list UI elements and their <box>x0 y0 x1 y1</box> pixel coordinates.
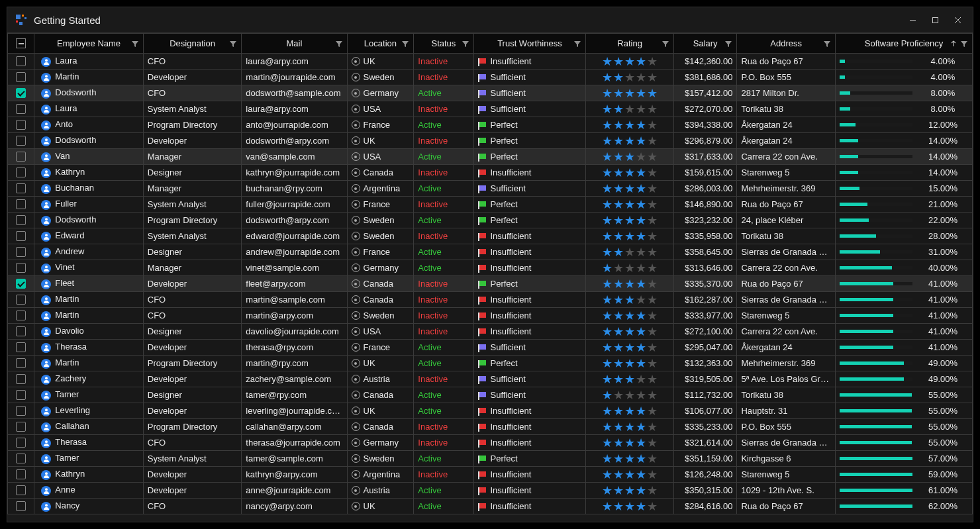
row-checkbox[interactable] <box>16 422 26 432</box>
table-row[interactable]: KathrynDeveloperkathryn@arpy.comArgentin… <box>8 467 973 483</box>
collapse-all-icon[interactable] <box>16 38 26 48</box>
table-row[interactable]: KathrynDesignerkathryn@jourrapide.comCan… <box>8 165 973 181</box>
row-checkbox[interactable] <box>16 342 26 352</box>
header-address[interactable]: Address <box>737 34 836 54</box>
row-checkbox[interactable] <box>16 120 26 130</box>
rating-cell[interactable]: ★★★★★ <box>586 435 674 451</box>
table-row[interactable]: AndrewDesignerandrew@jourrapide.comFranc… <box>8 244 973 260</box>
row-checkbox[interactable] <box>16 88 26 98</box>
rating-cell[interactable]: ★★★★★ <box>586 197 674 213</box>
table-row[interactable]: AntoProgram Directoryanto@jourrapide.com… <box>8 117 973 133</box>
row-checkbox[interactable] <box>16 183 26 193</box>
table-row[interactable]: TherasaDevelopertherasa@rpy.comFranceAct… <box>8 340 973 356</box>
rating-cell[interactable]: ★★★★★ <box>586 117 674 133</box>
table-row[interactable]: MartinCFOmartin@arpy.comSwedenInactiveIn… <box>8 308 973 324</box>
table-row[interactable]: MartinDevelopermartin@jourrapide.comSwed… <box>8 70 973 85</box>
table-row[interactable]: DodsworthDeveloperdodsworth@arpy.comUKIn… <box>8 133 973 149</box>
filter-icon[interactable] <box>401 40 409 48</box>
rating-cell[interactable]: ★★★★★ <box>586 276 674 292</box>
row-checkbox[interactable] <box>16 72 26 82</box>
filter-icon[interactable] <box>662 40 669 48</box>
table-row[interactable]: MartinCFOmartin@sample.comCanadaInactive… <box>8 292 973 308</box>
row-checkbox[interactable] <box>16 326 26 336</box>
minimize-button[interactable] <box>901 11 924 29</box>
rating-cell[interactable]: ★★★★★ <box>586 308 674 324</box>
rating-cell[interactable]: ★★★★★ <box>586 324 674 340</box>
rating-cell[interactable]: ★★★★★ <box>586 101 674 117</box>
table-row[interactable]: BuchananManagerbuchanan@rpy.comArgentina… <box>8 181 973 197</box>
row-checkbox[interactable] <box>16 56 26 66</box>
filter-icon[interactable] <box>229 40 237 48</box>
row-checkbox[interactable] <box>16 247 26 257</box>
filter-icon[interactable] <box>335 40 343 48</box>
header-software-proficiency[interactable]: Software Proficiency <box>835 34 972 54</box>
row-checkbox[interactable] <box>16 438 26 448</box>
rating-cell[interactable]: ★★★★★ <box>586 70 674 85</box>
row-checkbox[interactable] <box>16 485 26 495</box>
rating-cell[interactable]: ★★★★★ <box>586 149 674 165</box>
close-button[interactable] <box>946 11 969 29</box>
filter-icon[interactable] <box>960 40 968 48</box>
row-checkbox[interactable] <box>16 358 26 368</box>
rating-cell[interactable]: ★★★★★ <box>586 371 674 387</box>
rating-cell[interactable]: ★★★★★ <box>586 244 674 260</box>
row-checkbox[interactable] <box>16 168 26 177</box>
table-row[interactable]: TamerDesignertamer@rpy.comCanadaActiveSu… <box>8 387 973 403</box>
table-row[interactable]: DodsworthCFOdodsworth@sample.comGermanyA… <box>8 85 973 101</box>
row-checkbox[interactable] <box>16 215 26 225</box>
maximize-button[interactable] <box>924 11 946 29</box>
row-checkbox[interactable] <box>16 263 26 273</box>
header-salary[interactable]: Salary <box>673 34 737 54</box>
rating-cell[interactable]: ★★★★★ <box>586 133 674 149</box>
table-row[interactable]: VinetManagervinet@sample.comGermanyActiv… <box>8 260 973 276</box>
row-checkbox[interactable] <box>16 374 26 384</box>
header-status[interactable]: Status <box>414 34 473 54</box>
row-checkbox[interactable] <box>16 311 26 320</box>
table-row[interactable]: AnneDeveloperanne@jourrapide.comAustriaA… <box>8 483 973 499</box>
rating-cell[interactable]: ★★★★★ <box>586 213 674 228</box>
table-row[interactable]: TamerSystem Analysttamer@sample.comSwede… <box>8 451 973 467</box>
rating-cell[interactable]: ★★★★★ <box>586 403 674 419</box>
table-row[interactable]: TherasaCFOtherasa@jourrapide.comGermanyI… <box>8 435 973 451</box>
rating-cell[interactable]: ★★★★★ <box>586 181 674 197</box>
rating-cell[interactable]: ★★★★★ <box>586 165 674 181</box>
row-checkbox[interactable] <box>16 199 26 209</box>
row-checkbox[interactable] <box>16 454 26 463</box>
rating-cell[interactable]: ★★★★★ <box>586 228 674 244</box>
table-row[interactable]: FullerSystem Analystfuller@jourrapide.co… <box>8 197 973 213</box>
row-checkbox[interactable] <box>16 136 26 146</box>
row-checkbox[interactable] <box>16 406 26 416</box>
row-checkbox[interactable] <box>16 295 26 305</box>
header-location[interactable]: Location <box>347 34 414 54</box>
table-row[interactable]: VanManagervan@sample.comUSAActivePerfect… <box>8 149 973 165</box>
header-employee-name[interactable]: Employee Name <box>34 34 143 54</box>
row-checkbox[interactable] <box>16 390 26 400</box>
table-row[interactable]: LauraSystem Analystlaura@arpy.comUSAInac… <box>8 101 973 117</box>
table-row[interactable]: NancyCFOnancy@arpy.comUKActiveInsufficie… <box>8 499 973 514</box>
row-checkbox[interactable] <box>16 501 26 511</box>
header-designation[interactable]: Designation <box>143 34 242 54</box>
header-trust[interactable]: Trust Worthiness <box>473 34 586 54</box>
table-row[interactable]: LeverlingDeveloperleverling@jourrapide.c… <box>8 403 973 419</box>
table-row[interactable]: MartinProgram Directorymartin@rpy.comUKA… <box>8 356 973 371</box>
table-row[interactable]: CallahanProgram Directorycallahan@arpy.c… <box>8 419 973 435</box>
rating-cell[interactable]: ★★★★★ <box>586 356 674 371</box>
rating-cell[interactable]: ★★★★★ <box>586 54 674 70</box>
rating-cell[interactable]: ★★★★★ <box>586 340 674 356</box>
filter-icon[interactable] <box>573 40 581 48</box>
rating-cell[interactable]: ★★★★★ <box>586 499 674 514</box>
row-checkbox[interactable] <box>16 104 26 114</box>
row-checkbox[interactable] <box>16 231 26 241</box>
table-row[interactable]: DavolioDesignerdavolio@jourrapide.comUSA… <box>8 324 973 340</box>
header-mail[interactable]: Mail <box>242 34 347 54</box>
table-row[interactable]: ZacheryDeveloperzachery@sample.comAustri… <box>8 371 973 387</box>
table-row[interactable]: DodsworthProgram Directorydodsworth@arpy… <box>8 213 973 228</box>
filter-icon[interactable] <box>823 40 831 48</box>
header-rating[interactable]: Rating <box>586 34 674 54</box>
filter-icon[interactable] <box>724 40 732 48</box>
rating-cell[interactable]: ★★★★★ <box>586 451 674 467</box>
row-checkbox[interactable] <box>16 469 26 479</box>
sort-asc-icon[interactable] <box>950 40 957 48</box>
row-checkbox[interactable] <box>16 279 26 289</box>
table-row[interactable]: FleetDeveloperfleet@arpy.comCanadaInacti… <box>8 276 973 292</box>
